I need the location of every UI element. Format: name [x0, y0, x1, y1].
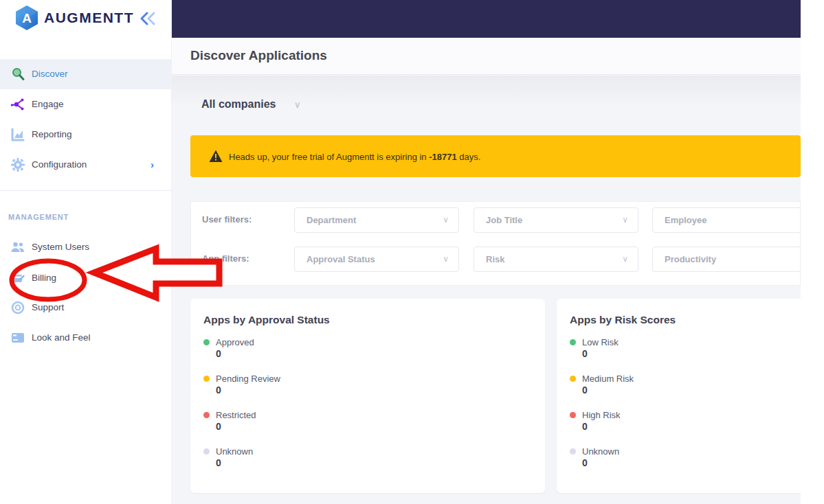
risk-dropdown[interactable]: Risk ∨: [474, 247, 638, 272]
legend-value: 0: [582, 421, 801, 435]
user-filters-row: User filters: Department ∨ Job Title ∨ E…: [191, 207, 801, 233]
apps-by-approval-status-card: Apps by Approval Status Approved 0 Pendi…: [190, 299, 545, 493]
job-title-dropdown[interactable]: Job Title ∨: [474, 207, 638, 233]
legend-value: 0: [216, 421, 545, 435]
sidebar-item-system-users[interactable]: System Users: [0, 232, 172, 262]
department-dropdown[interactable]: Department ∨: [294, 207, 459, 233]
risk-scores-legend: Low Risk 0 Medium Risk 0 High Risk 0: [570, 336, 801, 472]
sidebar: A AUGMENTT Discover: [0, 0, 172, 504]
sidebar-divider: [0, 190, 172, 191]
sidebar-item-configuration[interactable]: Configuration ›: [0, 150, 172, 180]
sidebar-item-label: Engage: [32, 99, 64, 109]
network-icon: [10, 97, 25, 112]
legend-dot-medium-risk: [570, 376, 576, 382]
sidebar-item-label: Support: [32, 302, 64, 312]
app-filters-row: App filters: Approval Status ∨ Risk ∨ Pr…: [191, 247, 801, 272]
approval-status-legend: Approved 0 Pending Review 0 Restricted 0: [203, 336, 545, 472]
augmentt-logo-icon[interactable]: A: [14, 5, 40, 31]
content-body: All companies ∨ Heads up, your free tria…: [172, 76, 801, 504]
legend-item: Approved 0: [203, 336, 545, 363]
management-section-label: MANAGEMENT: [8, 213, 69, 221]
sidebar-item-reporting[interactable]: Reporting: [0, 119, 172, 150]
legend-value: 0: [216, 348, 545, 363]
brand: A AUGMENTT: [0, 0, 172, 47]
legend-dot-approved: [203, 339, 210, 345]
legend-item: Restricted 0: [203, 409, 545, 435]
chevron-down-icon: ∨: [622, 254, 628, 264]
sidebar-item-look-and-feel[interactable]: Look and Feel: [0, 323, 172, 353]
svg-text:A: A: [22, 11, 32, 25]
legend-item: Medium Risk 0: [570, 372, 801, 399]
legend-item: Low Risk 0: [570, 336, 801, 363]
sidebar-item-label: System Users: [32, 242, 89, 252]
billing-pencil-icon: [10, 271, 25, 286]
warning-triangle-icon: [209, 150, 223, 163]
legend-value: 0: [216, 385, 545, 399]
sidebar-item-label: Reporting: [32, 129, 72, 139]
chevron-right-icon: ›: [151, 159, 154, 170]
sidebar-collapse-icon[interactable]: [139, 10, 158, 27]
legend-dot-unknown: [203, 448, 210, 455]
chevron-down-icon: ∨: [294, 100, 301, 110]
screenshot-white-margin: [801, 0, 824, 504]
sidebar-item-label: Look and Feel: [32, 332, 91, 343]
trial-warning-banner: Heads up, your free trial of Augmentt is…: [190, 135, 801, 177]
window-icon: [10, 330, 25, 345]
sidebar-item-label: Configuration: [32, 159, 87, 170]
sidebar-item-discover[interactable]: Discover: [0, 59, 172, 89]
sidebar-item-label: Discover: [32, 69, 68, 79]
page-title: Discover Applications: [190, 48, 327, 63]
gear-icon: [10, 157, 25, 172]
trial-days-remaining: -18771: [429, 152, 456, 162]
user-filters-label: User filters:: [202, 214, 252, 225]
trial-warning-text: Heads up, your free trial of Augmentt is…: [229, 152, 480, 162]
sidebar-item-label: Billing: [32, 273, 56, 283]
app-filters-label: App filters:: [202, 253, 249, 264]
chevron-down-icon: ∨: [622, 215, 628, 225]
chevron-down-icon: ∨: [443, 254, 449, 264]
legend-dot-low-risk: [570, 339, 576, 345]
legend-value: 0: [582, 348, 801, 363]
legend-dot-high-risk: [570, 412, 576, 418]
users-icon: [10, 240, 25, 255]
legend-dot-unknown: [570, 448, 576, 455]
brand-wordmark: AUGMENTT: [44, 10, 134, 26]
legend-dot-restricted: [203, 412, 210, 418]
sidebar-item-support[interactable]: Support: [0, 293, 172, 323]
legend-dot-pending-review: [203, 376, 210, 382]
top-navigation-bar: [172, 0, 801, 38]
company-selector-label: All companies: [201, 98, 276, 110]
company-selector[interactable]: All companies ∨: [201, 98, 300, 111]
magnifier-icon: [10, 67, 25, 82]
legend-value: 0: [582, 385, 801, 399]
lifebuoy-icon: [10, 300, 25, 315]
main-content: Discover Applications All companies ∨ He…: [172, 0, 801, 504]
apps-by-risk-scores-card: Apps by Risk Scores Low Risk 0 Medium Ri…: [557, 299, 801, 493]
legend-item: Pending Review 0: [203, 372, 545, 399]
legend-item: Unknown 0: [203, 445, 545, 472]
productivity-dropdown[interactable]: Productivity ∨: [652, 247, 801, 272]
legend-item: Unknown 0: [570, 445, 801, 472]
legend-value: 0: [582, 457, 801, 472]
approval-status-dropdown[interactable]: Approval Status ∨: [294, 247, 459, 272]
legend-item: High Risk 0: [570, 409, 801, 435]
legend-value: 0: [216, 457, 545, 472]
employee-dropdown[interactable]: Employee ∨: [652, 207, 801, 233]
sidebar-item-billing[interactable]: Billing: [0, 263, 172, 293]
chevron-down-icon: ∨: [443, 215, 449, 225]
sidebar-item-engage[interactable]: Engage: [0, 89, 172, 119]
card-title: Apps by Risk Scores: [570, 314, 801, 326]
card-title: Apps by Approval Status: [203, 314, 545, 326]
chart-icon: [10, 127, 25, 142]
app-window: A AUGMENTT Discover: [0, 0, 824, 504]
page-header: Discover Applications: [172, 38, 801, 75]
filters-panel: User filters: Department ∨ Job Title ∨ E…: [190, 201, 801, 286]
